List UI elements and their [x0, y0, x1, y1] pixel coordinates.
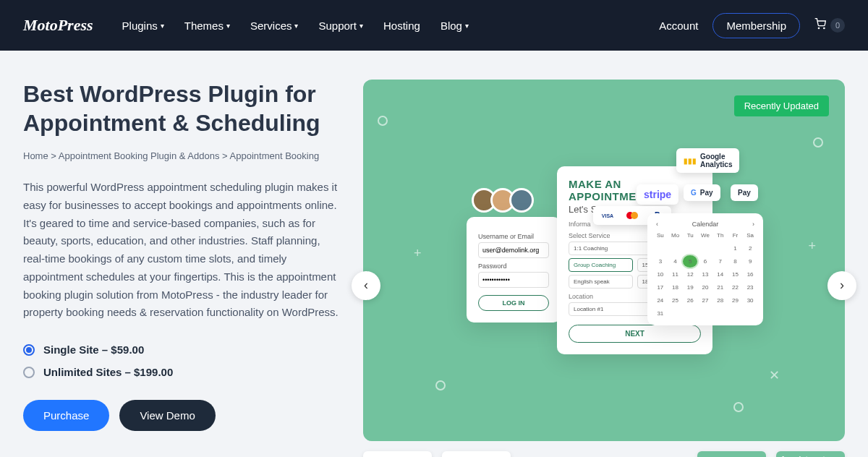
appt-title: MAKE AN APPOINTMENT: [569, 178, 701, 202]
cal-day: 11: [668, 268, 683, 281]
header-left: MotoPress Plugins▾ Themes▾ Services▾ Sup…: [23, 16, 469, 35]
chevron-down-icon: ▾: [359, 22, 363, 30]
cal-day: 31: [653, 307, 668, 320]
cal-day: 17: [653, 281, 668, 294]
logo[interactable]: MotoPress: [23, 16, 93, 35]
pricing-option-unlimited[interactable]: Unlimited Sites – $199.00: [23, 366, 341, 378]
cal-day: 14: [713, 268, 728, 281]
view-demo-button[interactable]: View Demo: [119, 400, 215, 431]
cal-day: 16: [743, 268, 757, 281]
avatar-group: [477, 188, 534, 213]
calendar-title: Calendar: [692, 221, 719, 228]
cal-day: 7: [713, 255, 728, 268]
cal-day: 26: [683, 294, 697, 307]
cal-next-icon: ›: [752, 221, 754, 228]
action-buttons: Purchase View Demo: [23, 400, 341, 431]
username-label: Username or Email: [478, 233, 549, 240]
cal-day: 23: [743, 281, 757, 294]
page-content: Best WordPress Plugin for Appointment & …: [0, 51, 868, 457]
cal-day: [683, 242, 697, 255]
password-label: Password: [478, 262, 549, 270]
pricing-label: Single Site – $59.00: [43, 343, 144, 356]
nav-label: Services: [250, 20, 292, 32]
cal-day: 15: [728, 268, 743, 281]
cal-day: 12: [683, 268, 697, 281]
gallery-thumb[interactable]: [442, 451, 511, 457]
site-header: MotoPress Plugins▾ Themes▾ Services▾ Sup…: [0, 0, 868, 51]
nav-hosting[interactable]: Hosting: [383, 20, 420, 32]
cal-prev-icon: ‹: [656, 221, 658, 228]
cal-day: [668, 242, 683, 255]
breadcrumb: Home > Appointment Booking Plugin & Addo…: [23, 150, 341, 161]
avatar: [509, 188, 534, 213]
password-input-mockup: [478, 272, 549, 288]
cal-day-header: Fr: [728, 229, 743, 242]
breadcrumb-current: Appointment Booking: [230, 150, 320, 161]
chevron-down-icon: ▾: [294, 22, 298, 30]
gallery-thumb[interactable]: [363, 451, 432, 457]
cart-count: 0: [830, 18, 845, 33]
gallery-column: ‹ › Recently Updated + + ✕ Username or E…: [363, 80, 845, 457]
nav-label: Support: [318, 20, 357, 32]
stripe-badge: stripe: [637, 184, 678, 205]
gallery-prev-button[interactable]: ‹: [352, 271, 380, 300]
login-button-mockup: LOG IN: [478, 295, 549, 311]
mastercard-icon: [622, 209, 642, 222]
cal-day: [698, 242, 712, 255]
nav-blog[interactable]: Blog▾: [441, 20, 469, 32]
cal-day: 10: [653, 268, 668, 281]
gallery-thumb[interactable]: [697, 451, 766, 457]
service-opt: English speak: [569, 275, 633, 289]
nav-plugins[interactable]: Plugins▾: [122, 20, 164, 32]
chevron-left-icon: ‹: [364, 278, 368, 293]
pricing-option-single[interactable]: Single Site – $59.00: [23, 343, 341, 356]
breadcrumb-category[interactable]: Appointment Booking Plugin & Addons: [59, 150, 220, 161]
nav-support[interactable]: Support▾: [318, 20, 363, 32]
cal-day-header: Th: [713, 229, 728, 242]
purchase-button[interactable]: Purchase: [23, 400, 109, 431]
cal-day: 19: [683, 281, 697, 294]
gallery-next-button[interactable]: ›: [827, 271, 856, 300]
breadcrumb-sep: >: [222, 150, 228, 161]
cal-day: 25: [668, 294, 683, 307]
calendar-mockup: ‹Calendar› SuMoTuWeThFrSa123456789101112…: [647, 213, 763, 325]
nav-label: Plugins: [122, 20, 158, 32]
nav-themes[interactable]: Themes▾: [184, 20, 230, 32]
google-analytics-badge: ▮▮▮Google Analytics: [676, 148, 739, 173]
breadcrumb-home[interactable]: Home: [23, 150, 48, 161]
nav-services[interactable]: Services▾: [250, 20, 299, 32]
cal-day-header: Sa: [743, 229, 757, 242]
cal-day: 8: [728, 255, 743, 268]
gallery-thumb[interactable]: Appointment: [776, 451, 845, 457]
product-description: This powerful WordPress appointment sche…: [23, 179, 341, 322]
chevron-down-icon: ▾: [465, 22, 469, 30]
username-input-mockup: [478, 242, 549, 258]
svg-point-0: [818, 27, 819, 28]
cal-day: 24: [653, 294, 668, 307]
pricing-label: Unlimited Sites – $199.00: [43, 366, 173, 378]
main-nav: Plugins▾ Themes▾ Services▾ Support▾ Host…: [122, 20, 469, 32]
recently-updated-badge: Recently Updated: [734, 95, 829, 116]
cart-button[interactable]: 0: [814, 18, 845, 33]
account-link[interactable]: Account: [659, 20, 698, 32]
cal-day: 27: [698, 294, 712, 307]
cal-day: 13: [698, 268, 712, 281]
cal-day: 6: [698, 255, 712, 268]
gallery-thumbnails: Appointment: [363, 451, 845, 457]
service-opt: Group Coaching: [569, 258, 633, 272]
decor-plus-icon: +: [414, 246, 422, 261]
cal-day-header: We: [698, 229, 712, 242]
cal-day: 29: [728, 294, 743, 307]
apple-pay-badge: Pay: [731, 184, 758, 201]
cal-day: 3: [653, 255, 668, 268]
nav-label: Hosting: [383, 20, 420, 32]
radio-selected-icon: [23, 344, 35, 356]
gpay-badge: G G PayPay: [684, 184, 720, 201]
decor-plus-icon: ✕: [769, 367, 780, 383]
breadcrumb-sep: >: [51, 150, 56, 161]
cal-day: 4: [668, 255, 683, 268]
svg-point-1: [824, 27, 825, 28]
decor-plus-icon: +: [808, 239, 816, 254]
membership-button[interactable]: Membership: [712, 13, 800, 38]
cart-icon: [814, 18, 826, 33]
